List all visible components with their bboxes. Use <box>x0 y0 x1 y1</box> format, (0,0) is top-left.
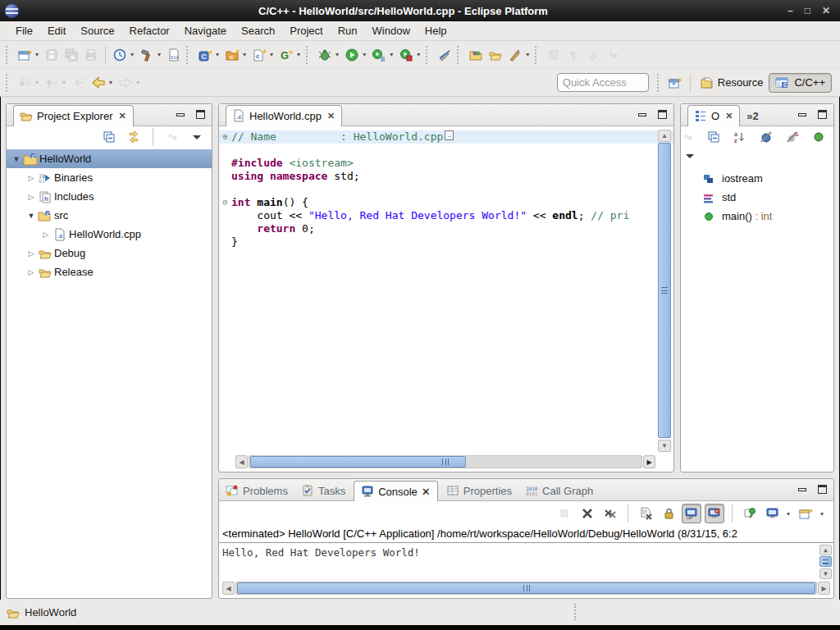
new-wizard-button[interactable]: ✦ <box>15 45 34 65</box>
outline-tab[interactable]: O ✕ <box>687 105 740 126</box>
remove-all-terminated-button[interactable] <box>600 504 620 523</box>
new-c-project-button[interactable]: C✦ <box>195 45 215 65</box>
forward-dropdown-icon[interactable]: ▾ <box>136 79 139 86</box>
build-target-button[interactable] <box>110 45 130 65</box>
debug-button[interactable] <box>315 45 335 65</box>
console-area-tab-console[interactable]: Console✕ <box>354 481 438 501</box>
fold-toggle-icon[interactable]: ⊕ <box>219 130 231 144</box>
fold-toggle-icon[interactable]: ⊖ <box>219 196 231 209</box>
outline-item-iostream[interactable]: iostream <box>681 169 833 188</box>
tree-expander-closed-icon[interactable]: ▷ <box>39 231 52 239</box>
close-window-button[interactable]: ✕ <box>822 0 830 21</box>
console-vertical-scrollbar[interactable]: ▲ ▼ <box>819 545 832 579</box>
close-view-icon[interactable]: ✕ <box>422 486 431 498</box>
more-tools-button[interactable] <box>603 45 623 65</box>
code-generator-button[interactable]: G✦ <box>276 45 296 65</box>
hide-static-members-button[interactable]: S <box>783 127 802 147</box>
editor-tab-helloworld-cpp[interactable]: .c HelloWorld.cpp ✕ <box>226 105 342 126</box>
scroll-down-icon[interactable]: ▼ <box>819 568 832 579</box>
quick-access-input[interactable] <box>557 73 649 92</box>
editor-horizontal-scrollbar[interactable]: ◀ ▶ <box>235 455 655 468</box>
scroll-up-icon[interactable]: ▲ <box>819 545 832 555</box>
console-area-tab-tasks[interactable]: Tasks <box>294 481 352 500</box>
scroll-left-icon[interactable]: ◀ <box>235 455 248 468</box>
show-console-on-stderr-button[interactable] <box>705 504 724 523</box>
run-dropdown-icon[interactable]: ▾ <box>363 51 366 58</box>
menu-window[interactable]: Window <box>365 22 418 39</box>
open-console-dropdown-icon[interactable]: ▾ <box>820 510 824 518</box>
outline-item-main-[interactable]: main() : int <box>681 207 833 226</box>
maximize-view-button[interactable] <box>818 110 827 119</box>
scroll-right-icon[interactable]: ▶ <box>818 582 830 595</box>
tree-expander-open-icon[interactable]: ▼ <box>25 212 38 220</box>
view-menu-button[interactable] <box>187 127 207 147</box>
previous-annotation-button[interactable] <box>42 73 62 93</box>
tree-item-debug[interactable]: ▷ Debug <box>7 244 212 262</box>
minimize-window-button[interactable]: – <box>788 0 793 21</box>
open-resource-button[interactable] <box>486 45 505 65</box>
build-all-button[interactable] <box>137 45 157 65</box>
tree-item-includes[interactable]: ▷h Includes <box>7 187 212 206</box>
menu-search[interactable]: Search <box>234 22 282 39</box>
collapse-all-button[interactable] <box>99 127 119 147</box>
previous-annotation-dropdown-icon[interactable]: ▾ <box>62 79 66 86</box>
new-cpp-class-dropdown-icon[interactable]: ▾ <box>243 51 246 58</box>
outline-item-std[interactable]: std <box>681 188 833 207</box>
new-wizard-dropdown-icon[interactable]: ▾ <box>35 51 39 58</box>
minimize-view-button[interactable] <box>176 113 185 116</box>
display-selected-console-dropdown-icon[interactable]: ▾ <box>787 510 790 518</box>
folded-region-icon[interactable]: ‥ <box>445 130 454 140</box>
profile-dropdown-icon[interactable]: ▾ <box>417 51 420 58</box>
show-source-of-element-button[interactable] <box>544 45 564 65</box>
maximize-view-button[interactable] <box>818 485 827 494</box>
menu-refactor[interactable]: Refactor <box>122 22 177 39</box>
format-button[interactable] <box>583 45 603 65</box>
show-console-on-stdout-button[interactable] <box>682 504 701 523</box>
close-view-icon[interactable]: ✕ <box>725 111 733 121</box>
print-button[interactable] <box>81 45 101 65</box>
console-area-tab-properties[interactable]: Properties <box>440 481 518 500</box>
save-button[interactable] <box>42 45 62 65</box>
tree-item-helloworld[interactable]: ▼C HelloWorld <box>7 149 212 168</box>
menu-edit[interactable]: Edit <box>40 22 73 39</box>
maximize-window-button[interactable]: □ <box>805 0 810 21</box>
minimize-view-button[interactable] <box>798 113 806 116</box>
menu-file[interactable]: File <box>8 22 40 39</box>
menu-source[interactable]: Source <box>73 22 121 39</box>
new-c-source-file-dropdown-icon[interactable]: ▾ <box>270 51 273 58</box>
debug-dropdown-icon[interactable]: ▾ <box>336 51 339 58</box>
minimize-editor-button[interactable] <box>638 113 646 116</box>
menu-navigate[interactable]: Navigate <box>177 22 234 39</box>
sort-button[interactable]: az <box>730 127 750 147</box>
hide-fields-button[interactable] <box>756 127 776 147</box>
scroll-right-icon[interactable]: ▶ <box>643 455 655 468</box>
link-with-editor-button[interactable] <box>124 127 144 147</box>
open-element-button[interactable] <box>466 45 486 65</box>
console-horizontal-scrollbar[interactable]: ◀ ▶ <box>222 582 830 595</box>
collapse-all-button[interactable] <box>704 127 724 147</box>
run-external-tools-dropdown-icon[interactable]: ▾ <box>390 51 393 58</box>
code-generator-dropdown-icon[interactable]: ▾ <box>297 51 300 58</box>
terminate-button[interactable] <box>555 504 574 523</box>
tree-item-helloworld-cpp[interactable]: ▷.c HelloWorld.cpp <box>7 225 212 244</box>
new-cpp-class-button[interactable]: c✦ <box>222 45 242 65</box>
tree-expander-closed-icon[interactable]: ▷ <box>25 193 38 201</box>
editor-vertical-scrollbar[interactable]: ▲ ▼ <box>658 130 671 452</box>
view-menu-icon[interactable] <box>686 154 694 158</box>
project-explorer-tab[interactable]: Project Explorer ✕ <box>13 105 134 126</box>
tree-expander-closed-icon[interactable]: ▷ <box>25 174 38 182</box>
build-all-dropdown-icon[interactable]: ▾ <box>158 51 161 58</box>
build-target-dropdown-icon[interactable]: ▾ <box>130 51 134 58</box>
close-editor-icon[interactable]: ✕ <box>327 111 335 121</box>
show-whitespace-button[interactable]: ¶ <box>564 45 583 65</box>
search-dropdown-icon[interactable]: ▾ <box>526 51 529 58</box>
view-overflow-tab[interactable]: »2 <box>740 107 765 126</box>
forward-button[interactable] <box>116 73 135 93</box>
toggle-mark-occurrences-button[interactable] <box>435 45 454 65</box>
tree-expander-open-icon[interactable]: ▼ <box>10 155 23 163</box>
minimize-view-button[interactable] <box>798 488 806 491</box>
additional-actions-button[interactable] <box>680 127 697 147</box>
run-external-tools-button[interactable] <box>369 45 389 65</box>
close-view-icon[interactable]: ✕ <box>118 111 126 121</box>
back-dropdown-icon[interactable]: ▾ <box>109 79 112 86</box>
